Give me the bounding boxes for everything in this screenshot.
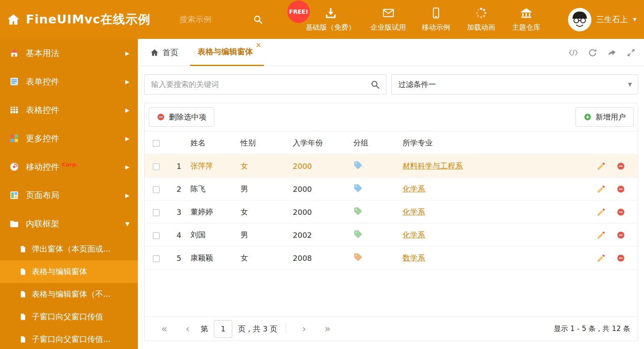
delete-icon[interactable] [616,254,625,262]
divider [286,324,286,334]
pagination-summary: 显示 1 - 5 条 , 共 12 条 [554,324,630,334]
sidebar-item-5[interactable]: 移动控件Corp.▶ [0,153,138,181]
close-icon[interactable]: × [256,42,261,48]
last-page-button[interactable]: » [325,324,331,334]
major-link[interactable]: 化学系 [403,184,425,193]
add-user-button[interactable]: 新增用户 [576,107,634,127]
table-row[interactable]: 3董婷婷女2000化学系 [145,201,638,224]
sidebar-item-3[interactable]: 表格控件▶ [0,96,138,124]
major-link[interactable]: 化学系 [403,207,425,216]
tab-home[interactable]: 首页 [150,39,178,66]
sidebar-item-2[interactable]: 表单控件▶ [0,67,138,96]
cell-name: 陈飞 [190,178,241,201]
sidebar-item-7[interactable]: 内联框架▼ [0,209,138,238]
search-icon[interactable] [253,15,263,25]
sidebar-subitem-2[interactable]: 表格与编辑窗体 [0,260,138,283]
select-all-checkbox[interactable] [153,140,160,147]
header-nav-item-5[interactable]: 主题仓库 [508,7,545,32]
row-checkbox[interactable] [153,209,160,216]
delete-selected-button[interactable]: 删除选中项 [149,107,214,127]
header-nav-item-1[interactable]: 基础版（免费） [302,7,359,32]
sidebar-item-4[interactable]: 更多控件▶ [0,124,138,153]
form-icon [9,76,19,87]
row-actions [561,208,638,217]
sidebar-subitem-label: 弹出窗体（本页面或... [32,244,111,255]
minus-circle-icon [157,113,165,121]
sidebar-subitem-label: 子窗口向父窗口传值... [32,334,111,345]
cell-checkbox [145,247,167,270]
tab-label: 首页 [162,47,178,58]
page-icon [19,313,27,321]
row-checkbox[interactable] [153,232,160,239]
header-search-input[interactable] [180,15,238,24]
header-search [180,0,263,39]
sidebar-item-1[interactable]: 基本用法▶ [0,39,138,67]
code-icon[interactable] [569,48,578,57]
major-link[interactable]: 数学系 [403,253,425,262]
chevron-down-icon: ▼ [125,221,129,227]
search-icon[interactable] [370,80,380,89]
user-menu[interactable]: 三生石上 ▼ [568,0,636,39]
page-input[interactable] [214,320,232,338]
sidebar-item-label: 基本用法 [26,48,59,59]
cell-year: 2000 [293,155,353,178]
row-checkbox[interactable] [153,186,160,193]
page-label-prefix: 第 [200,324,208,334]
users-table: 姓名 性别 入学年份 分组 所学专业 1张萍萍女2000材料科学与工程系2陈飞男… [145,131,638,270]
delete-icon[interactable] [616,231,625,239]
table-row[interactable]: 1张萍萍女2000材料科学与工程系 [145,155,638,178]
sidebar-subitem-label: 表格与编辑窗体 [32,266,87,277]
sidebar-item-6[interactable]: 页面布局▶ [0,181,138,209]
header-nav-item-4[interactable]: 加载动画 [463,7,499,32]
sidebar-subitem-5[interactable]: 子窗口向父窗口传值... [0,328,138,349]
header-nav-item-2[interactable]: 企业版试用 [367,7,409,32]
edit-icon[interactable] [597,208,606,217]
tab-active[interactable]: 表格与编辑窗体 × [190,39,264,66]
filter-row: 过滤条件一 ▼ [138,66,644,94]
cell-major: 化学系 [403,178,561,201]
table-body: 1张萍萍女2000材料科学与工程系2陈飞男2000化学系3董婷婷女2000化学系… [145,155,638,270]
corp-badge: Corp. [62,161,78,168]
prev-page-button[interactable]: ‹ [186,324,190,334]
cell-gender: 男 [241,178,293,201]
delete-icon[interactable] [616,162,625,171]
share-icon[interactable] [607,48,616,57]
first-page-button[interactable]: « [161,324,167,334]
next-page-button[interactable]: › [302,324,306,334]
cell-year: 2002 [293,224,353,247]
row-checkbox[interactable] [153,255,160,262]
edit-icon[interactable] [597,185,606,194]
delete-icon[interactable] [616,208,625,217]
basic-icon [9,48,19,58]
sidebar-subitem-4[interactable]: 子窗口向父窗口传值 [0,306,138,328]
tab-label: 表格与编辑窗体 [198,46,253,57]
expand-icon[interactable] [626,48,636,57]
major-link[interactable]: 材料科学与工程系 [403,161,463,170]
brand[interactable]: FineUIMvc在线示例 [7,0,150,39]
refresh-icon[interactable] [588,48,597,57]
table-row[interactable]: 5康颖颖女2008数学系 [145,247,638,270]
row-number: 2 [167,178,190,201]
tag-icon [353,252,363,262]
header-nav-item-3[interactable]: 移动示例 [418,7,454,32]
search-input[interactable] [145,75,386,94]
edit-icon[interactable] [597,231,606,239]
dropdown-value: 过滤条件一 [398,79,436,89]
filter-dropdown[interactable]: 过滤条件一 ▼ [391,74,638,94]
sidebar-subitem-1[interactable]: 弹出窗体（本页面或... [0,238,138,260]
row-checkbox[interactable] [153,163,160,170]
edit-icon[interactable] [597,254,606,262]
edit-icon[interactable] [597,162,606,171]
column-header-gender: 性别 [241,131,293,155]
row-actions [561,231,638,239]
cell-group [353,247,403,270]
table-row[interactable]: 4刘国男2002化学系 [145,224,638,247]
column-header [167,131,190,155]
delete-icon[interactable] [616,185,625,194]
cell-group [353,155,403,178]
major-link[interactable]: 化学系 [403,230,425,239]
sidebar: 基本用法▶表单控件▶表格控件▶更多控件▶移动控件Corp.▶页面布局▶内联框架▼… [0,39,138,349]
sidebar-subitem-3[interactable]: 表格与编辑窗体（不... [0,283,138,306]
table-row[interactable]: 2陈飞男2000化学系 [145,178,638,201]
tag-icon [353,183,363,193]
